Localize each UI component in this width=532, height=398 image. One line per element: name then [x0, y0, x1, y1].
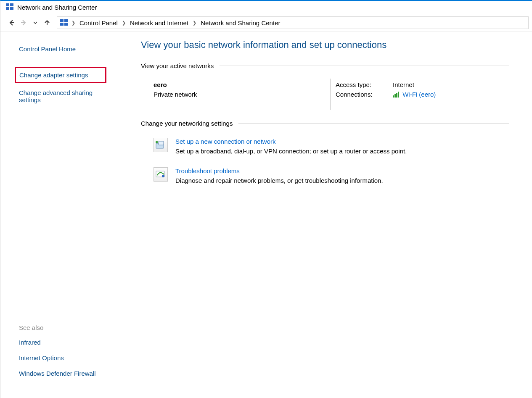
- divider-line: [220, 66, 509, 66]
- svg-rect-0: [6, 3, 9, 6]
- navbar: ❯ Control Panel ❯ Network and Internet ❯…: [0, 16, 532, 32]
- breadcrumb-network-internet[interactable]: Network and Internet: [129, 19, 189, 26]
- page-title: View your basic network information and …: [141, 40, 509, 50]
- control-panel-home-link[interactable]: Control Panel Home: [19, 44, 122, 54]
- setup-connection-link[interactable]: Set up a new connection or network: [175, 138, 275, 145]
- change-advanced-sharing-link[interactable]: Change advanced sharing settings: [19, 87, 107, 105]
- see-also-firewall[interactable]: Windows Defender Firewall: [19, 368, 122, 379]
- vertical-divider: [330, 79, 331, 110]
- network-name: eero: [154, 81, 330, 88]
- see-also-section: See also Infrared Internet Options Windo…: [19, 324, 122, 387]
- troubleshoot-desc: Diagnose and repair network problems, or…: [175, 177, 383, 184]
- control-panel-icon: [60, 18, 68, 28]
- breadcrumb-network-sharing[interactable]: Network and Sharing Center: [200, 19, 281, 26]
- svg-rect-11: [159, 141, 164, 145]
- sidebar: Control Panel Home Change adapter settin…: [0, 32, 131, 395]
- see-also-internet-options[interactable]: Internet Options: [19, 353, 122, 363]
- see-also-infrared[interactable]: Infrared: [19, 337, 122, 348]
- recent-locations-button[interactable]: [31, 18, 40, 27]
- titlebar: Network and Sharing Center: [0, 1, 532, 16]
- highlighted-link-box: Change adapter settings: [15, 67, 106, 83]
- access-type-label: Access type:: [336, 81, 393, 88]
- svg-rect-8: [60, 23, 64, 26]
- change-settings-label: Change your networking settings: [141, 120, 233, 127]
- setup-connection-icon: [154, 138, 168, 152]
- chevron-right-icon[interactable]: ❯: [70, 20, 77, 26]
- address-bar[interactable]: ❯ Control Panel ❯ Network and Internet ❯…: [57, 16, 529, 29]
- troubleshoot-icon: [154, 167, 168, 182]
- connections-label: Connections:: [336, 91, 393, 98]
- svg-rect-1: [10, 3, 13, 6]
- network-info: eero Private network: [154, 81, 330, 110]
- svg-rect-6: [60, 19, 64, 22]
- setup-connection-item: Set up a new connection or network Set u…: [141, 134, 509, 164]
- svg-rect-3: [10, 7, 13, 10]
- troubleshoot-link[interactable]: Troubleshoot problems: [175, 167, 240, 174]
- back-button[interactable]: [7, 18, 16, 27]
- main-panel: View your basic network information and …: [131, 32, 532, 395]
- change-settings-header: Change your networking settings: [141, 120, 509, 127]
- control-panel-icon: [5, 3, 14, 12]
- content-area: Control Panel Home Change adapter settin…: [0, 32, 532, 395]
- see-also-title: See also: [19, 324, 122, 331]
- change-adapter-settings-link[interactable]: Change adapter settings: [19, 70, 102, 80]
- svg-rect-7: [64, 19, 68, 22]
- setup-connection-desc: Set up a broadband, dial-up, or VPN conn…: [175, 148, 407, 155]
- divider-line: [238, 123, 509, 124]
- forward-button[interactable]: [19, 18, 28, 27]
- active-networks-header: View your active networks: [141, 62, 509, 69]
- chevron-right-icon[interactable]: ❯: [120, 20, 127, 26]
- wifi-signal-icon: [393, 92, 399, 98]
- active-network-row: eero Private network Access type: Intern…: [141, 77, 509, 120]
- troubleshoot-item: Troubleshoot problems Diagnose and repai…: [141, 164, 509, 193]
- wifi-connection-link[interactable]: Wi-Fi (eero): [402, 91, 436, 98]
- up-button[interactable]: [42, 18, 52, 27]
- network-details: Access type: Internet Connections: Wi-Fi…: [336, 81, 509, 110]
- breadcrumb-control-panel[interactable]: Control Panel: [79, 19, 119, 26]
- access-type-value: Internet: [393, 81, 414, 88]
- window-title: Network and Sharing Center: [17, 4, 97, 11]
- network-type: Private network: [154, 91, 330, 98]
- svg-rect-9: [64, 23, 68, 26]
- active-networks-label: View your active networks: [141, 62, 214, 69]
- svg-rect-2: [6, 7, 9, 10]
- chevron-right-icon[interactable]: ❯: [191, 20, 198, 26]
- svg-point-13: [162, 175, 164, 177]
